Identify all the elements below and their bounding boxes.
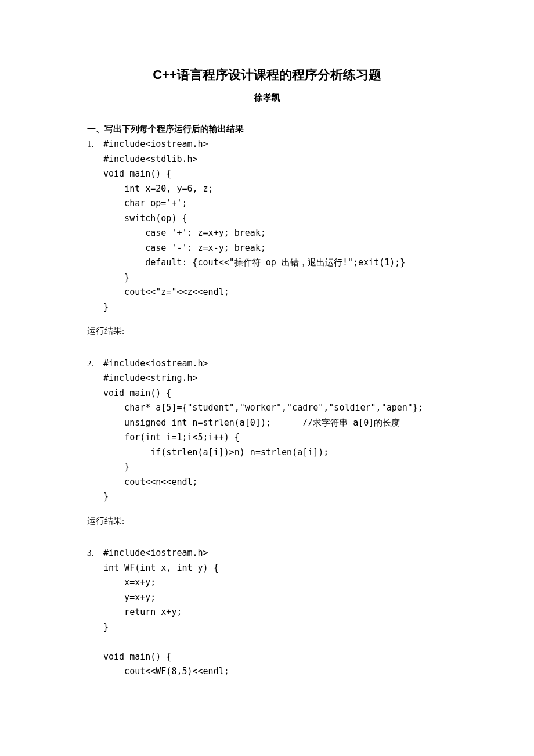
result-label: 运行结果: [87, 514, 447, 529]
document-author: 徐孝凯 [87, 90, 447, 105]
code-line: #include<iostream.h> [103, 357, 208, 372]
problem-first-line: 3. #include<iostream.h> [87, 546, 447, 561]
problem-number: 1. [87, 137, 103, 152]
code-line: #include<iostream.h> [103, 137, 208, 152]
problem-number: 2. [87, 357, 103, 372]
problem-block: 3. #include<iostream.h> int WF(int x, in… [87, 546, 447, 679]
document-page: C++语言程序设计课程的程序分析练习题 徐孝凯 一、写出下列每个程序运行后的输出… [0, 0, 534, 718]
code-line: #include<iostream.h> [103, 546, 208, 561]
code-block: #include<string.h> void main() { char* a… [87, 371, 447, 505]
section-heading: 一、写出下列每个程序运行后的输出结果 [87, 121, 447, 136]
document-title: C++语言程序设计课程的程序分析练习题 [87, 64, 447, 85]
problem-number: 3. [87, 546, 103, 561]
problem-block: 1. #include<iostream.h> #include<stdlib.… [87, 137, 447, 315]
code-block: #include<stdlib.h> void main() { int x=2… [87, 152, 447, 315]
problem-first-line: 2. #include<iostream.h> [87, 357, 447, 372]
result-label: 运行结果: [87, 324, 447, 339]
code-block: int WF(int x, int y) { x=x+y; y=x+y; ret… [87, 561, 447, 679]
problem-block: 2. #include<iostream.h> #include<string.… [87, 357, 447, 505]
problem-first-line: 1. #include<iostream.h> [87, 137, 447, 152]
